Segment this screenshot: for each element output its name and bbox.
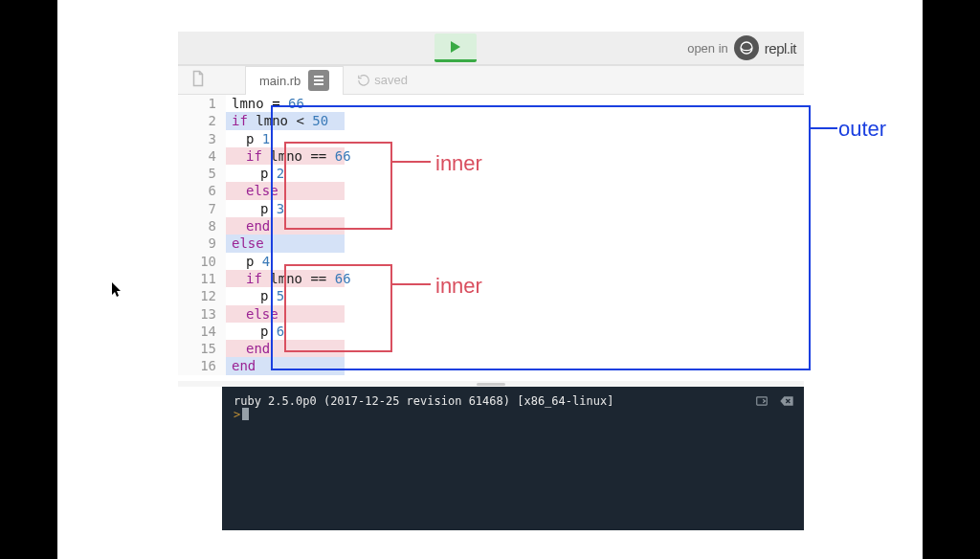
ide-workspace: open in repl.it main.rb saved 1 2 3 4	[178, 32, 804, 375]
clear-icon[interactable]	[779, 394, 794, 411]
tab-bar: main.rb saved	[178, 66, 804, 95]
code-line: p 3	[226, 200, 804, 217]
annotation-connector	[811, 127, 837, 129]
code-line: end	[226, 217, 345, 235]
annotation-label-outer: outer	[838, 117, 886, 142]
prompt-char: >	[234, 408, 240, 421]
code-line: if lmno == 66	[226, 270, 345, 287]
code-line: end	[226, 340, 345, 357]
console-panel[interactable]: ruby 2.5.0p0 (2017-12-25 revision 61468)…	[222, 387, 804, 530]
code-content[interactable]: lmno = 66 if lmno < 50 p 1 if lmno == 66…	[226, 95, 804, 375]
play-icon	[451, 41, 460, 53]
tab-menu-icon[interactable]	[308, 70, 329, 91]
code-line: if lmno == 66	[226, 147, 345, 165]
code-line: p 1	[226, 130, 804, 147]
code-line: p 2	[226, 165, 804, 182]
code-line: p 6	[226, 323, 804, 340]
replit-brand: repl.it	[765, 40, 796, 56]
saved-indicator: saved	[357, 73, 408, 87]
console-tools	[754, 394, 794, 411]
svg-point-0	[741, 42, 752, 54]
tab-label: main.rb	[259, 74, 301, 88]
open-in-replit[interactable]: open in repl.it	[687, 35, 796, 60]
letterbox-left	[0, 0, 57, 559]
line-number-gutter: 1 2 3 4 5 6 7 8 9 10 11 12 13 14 15 16	[178, 95, 226, 375]
mouse-cursor	[112, 282, 123, 302]
enter-icon[interactable]	[754, 394, 769, 411]
saved-label: saved	[374, 73, 408, 87]
code-line: if lmno < 50	[226, 112, 345, 129]
console-cursor	[242, 408, 249, 420]
letterbox-right	[923, 0, 980, 559]
file-icon[interactable]	[189, 70, 207, 91]
code-line: p 5	[226, 287, 804, 304]
console-prompt-line: >	[234, 408, 792, 421]
code-line: else	[226, 235, 345, 252]
open-in-label: open in	[687, 41, 728, 56]
top-bar: open in repl.it	[178, 32, 804, 66]
tab-main-rb[interactable]: main.rb	[245, 66, 344, 95]
code-line: end	[226, 357, 345, 374]
code-line: else	[226, 182, 345, 199]
run-button[interactable]	[434, 34, 477, 62]
code-line: else	[226, 305, 345, 323]
replit-logo-icon	[734, 35, 759, 60]
console-output: ruby 2.5.0p0 (2017-12-25 revision 61468)…	[234, 394, 792, 408]
code-editor[interactable]: 1 2 3 4 5 6 7 8 9 10 11 12 13 14 15 16 l…	[178, 95, 804, 375]
code-line: lmno = 66	[226, 95, 804, 112]
code-line: p 4	[226, 253, 804, 270]
